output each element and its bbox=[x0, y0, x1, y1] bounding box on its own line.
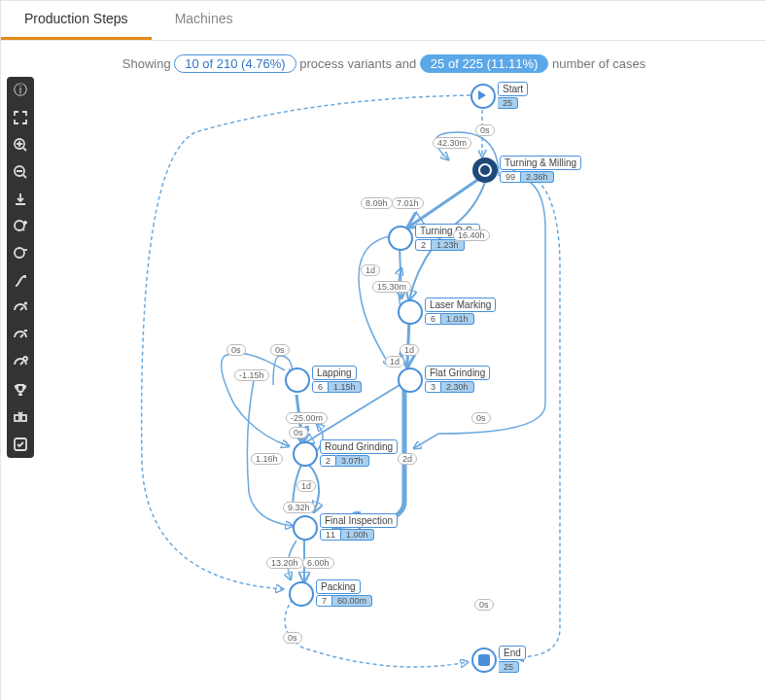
node-label: Lapping bbox=[312, 366, 357, 380]
edge-label: 16.40h bbox=[453, 229, 490, 241]
cases-pill[interactable]: 25 of 225 (11.11%) bbox=[420, 54, 549, 73]
edge-label: 13.20h bbox=[266, 557, 303, 569]
edge-label: -25.00m bbox=[286, 412, 328, 424]
edge-label: 15.30m bbox=[372, 281, 411, 293]
play-icon bbox=[470, 84, 496, 109]
tab-production-steps[interactable]: Production Steps bbox=[1, 1, 152, 40]
edge-label: 7.01h bbox=[392, 197, 424, 209]
edge-label: 0s bbox=[283, 632, 302, 644]
edge-label: 1.16h bbox=[251, 453, 283, 465]
edge-label: 0s bbox=[270, 344, 290, 356]
edge-label: 9.32h bbox=[283, 502, 315, 513]
edge-label: 1d bbox=[385, 356, 404, 368]
node-label: Turning & Milling bbox=[500, 156, 581, 170]
variants-pill[interactable]: 10 of 210 (4.76%) bbox=[174, 54, 296, 73]
tabs: Production Steps Machines bbox=[1, 1, 766, 41]
stat-dur: 1.00h bbox=[341, 529, 374, 541]
node-icon bbox=[388, 226, 413, 251]
edge-label: 0s bbox=[474, 599, 494, 611]
node-icon bbox=[398, 368, 423, 393]
node-label: Round Grinding bbox=[320, 439, 398, 454]
node-icon bbox=[472, 158, 498, 183]
stat-count: 2 bbox=[415, 239, 432, 251]
node-label: Start bbox=[498, 82, 528, 96]
edge-label: -1.15h bbox=[234, 369, 269, 381]
node-label: Laser Marking bbox=[425, 298, 496, 312]
tab-machines[interactable]: Machines bbox=[152, 1, 257, 40]
stat-count: 7 bbox=[316, 595, 332, 607]
node-icon bbox=[289, 581, 314, 607]
edge-label: 1d bbox=[400, 344, 419, 356]
node-icon bbox=[285, 368, 310, 393]
edge-label: 0s bbox=[226, 344, 246, 356]
edge-label: 2d bbox=[398, 453, 417, 465]
edges bbox=[1, 74, 766, 700]
node-icon bbox=[293, 441, 318, 467]
stat-dur: 1.15h bbox=[329, 381, 362, 393]
stat-dur: 1.01h bbox=[441, 313, 474, 325]
node-label: Packing bbox=[316, 579, 361, 594]
edge-label: 1d bbox=[296, 480, 316, 492]
edge-label: 1d bbox=[361, 264, 380, 276]
summary-mid: process variants and bbox=[299, 56, 420, 71]
edge-label: 8.09h bbox=[361, 197, 393, 209]
stat-dur: 3.07h bbox=[336, 455, 369, 467]
stat-count: 11 bbox=[320, 529, 341, 541]
graph-canvas[interactable]: Start 25 Turning & Milling 992.36h Turni… bbox=[1, 74, 766, 700]
node-icon bbox=[398, 299, 423, 325]
edge-label: 0s bbox=[289, 427, 308, 438]
summary-prefix: Showing bbox=[122, 56, 174, 71]
edge-label: 0s bbox=[471, 412, 491, 424]
stat-dur: 2.36h bbox=[521, 171, 554, 183]
summary-suffix: number of cases bbox=[552, 56, 645, 71]
node-icon bbox=[293, 515, 318, 541]
stop-icon bbox=[471, 648, 497, 673]
edge-label: 42.30m bbox=[433, 137, 471, 149]
stat-count: 25 bbox=[498, 97, 518, 109]
stat-count: 99 bbox=[500, 171, 521, 183]
stat-count: 6 bbox=[312, 381, 329, 393]
stat-count: 3 bbox=[425, 381, 441, 393]
edge-label: 6.00h bbox=[302, 557, 334, 569]
stat-dur: 2.30h bbox=[441, 381, 474, 393]
stat-count: 2 bbox=[320, 455, 336, 467]
stat-dur: 60.00m bbox=[332, 595, 372, 607]
stat-count: 6 bbox=[425, 313, 441, 325]
stat-count: 25 bbox=[499, 661, 519, 673]
node-label: Flat Grinding bbox=[425, 366, 490, 380]
node-label: End bbox=[499, 646, 526, 660]
node-label: Final Inspection bbox=[320, 513, 398, 528]
edge-label: 0s bbox=[475, 124, 495, 136]
